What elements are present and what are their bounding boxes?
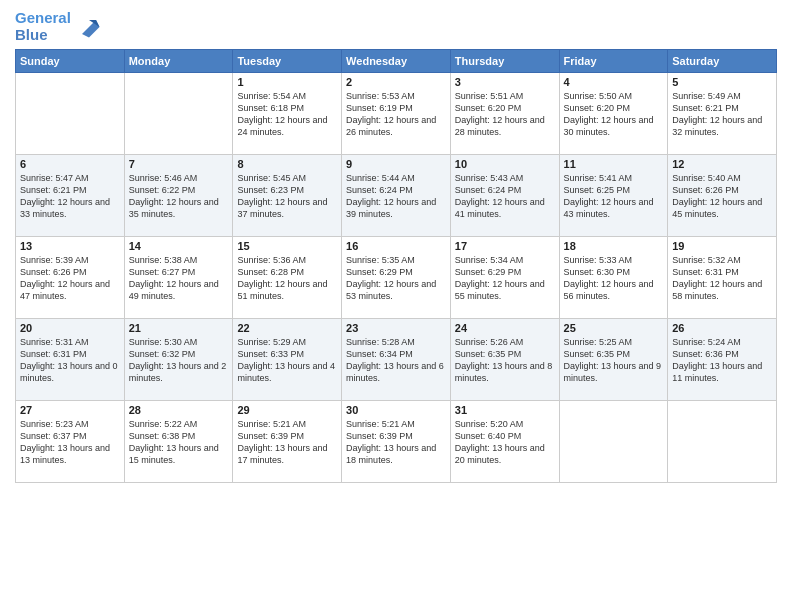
day-info: Sunrise: 5:49 AM Sunset: 6:21 PM Dayligh… [672, 90, 772, 139]
day-cell [16, 73, 125, 155]
calendar-table: SundayMondayTuesdayWednesdayThursdayFrid… [15, 49, 777, 483]
day-info: Sunrise: 5:31 AM Sunset: 6:31 PM Dayligh… [20, 336, 120, 385]
day-info: Sunrise: 5:25 AM Sunset: 6:35 PM Dayligh… [564, 336, 664, 385]
day-info: Sunrise: 5:29 AM Sunset: 6:33 PM Dayligh… [237, 336, 337, 385]
day-info: Sunrise: 5:51 AM Sunset: 6:20 PM Dayligh… [455, 90, 555, 139]
day-info: Sunrise: 5:28 AM Sunset: 6:34 PM Dayligh… [346, 336, 446, 385]
day-number: 13 [20, 240, 120, 252]
logo: General Blue [15, 10, 103, 43]
day-cell: 5Sunrise: 5:49 AM Sunset: 6:21 PM Daylig… [668, 73, 777, 155]
day-info: Sunrise: 5:46 AM Sunset: 6:22 PM Dayligh… [129, 172, 229, 221]
day-cell: 9Sunrise: 5:44 AM Sunset: 6:24 PM Daylig… [342, 155, 451, 237]
day-header-friday: Friday [559, 50, 668, 73]
day-number: 6 [20, 158, 120, 170]
day-cell [559, 401, 668, 483]
day-number: 29 [237, 404, 337, 416]
day-cell: 27Sunrise: 5:23 AM Sunset: 6:37 PM Dayli… [16, 401, 125, 483]
day-number: 14 [129, 240, 229, 252]
day-cell: 26Sunrise: 5:24 AM Sunset: 6:36 PM Dayli… [668, 319, 777, 401]
day-number: 5 [672, 76, 772, 88]
week-row-4: 20Sunrise: 5:31 AM Sunset: 6:31 PM Dayli… [16, 319, 777, 401]
day-number: 27 [20, 404, 120, 416]
day-info: Sunrise: 5:33 AM Sunset: 6:30 PM Dayligh… [564, 254, 664, 303]
day-info: Sunrise: 5:45 AM Sunset: 6:23 PM Dayligh… [237, 172, 337, 221]
day-header-sunday: Sunday [16, 50, 125, 73]
day-info: Sunrise: 5:40 AM Sunset: 6:26 PM Dayligh… [672, 172, 772, 221]
day-cell: 8Sunrise: 5:45 AM Sunset: 6:23 PM Daylig… [233, 155, 342, 237]
week-row-2: 6Sunrise: 5:47 AM Sunset: 6:21 PM Daylig… [16, 155, 777, 237]
logo-text-line2: Blue [15, 27, 71, 44]
day-cell: 6Sunrise: 5:47 AM Sunset: 6:21 PM Daylig… [16, 155, 125, 237]
day-number: 1 [237, 76, 337, 88]
day-cell [668, 401, 777, 483]
day-info: Sunrise: 5:20 AM Sunset: 6:40 PM Dayligh… [455, 418, 555, 467]
day-cell: 7Sunrise: 5:46 AM Sunset: 6:22 PM Daylig… [124, 155, 233, 237]
day-cell: 13Sunrise: 5:39 AM Sunset: 6:26 PM Dayli… [16, 237, 125, 319]
day-info: Sunrise: 5:54 AM Sunset: 6:18 PM Dayligh… [237, 90, 337, 139]
day-info: Sunrise: 5:24 AM Sunset: 6:36 PM Dayligh… [672, 336, 772, 385]
day-cell: 21Sunrise: 5:30 AM Sunset: 6:32 PM Dayli… [124, 319, 233, 401]
day-cell: 15Sunrise: 5:36 AM Sunset: 6:28 PM Dayli… [233, 237, 342, 319]
day-number: 22 [237, 322, 337, 334]
day-number: 20 [20, 322, 120, 334]
day-info: Sunrise: 5:30 AM Sunset: 6:32 PM Dayligh… [129, 336, 229, 385]
day-cell: 29Sunrise: 5:21 AM Sunset: 6:39 PM Dayli… [233, 401, 342, 483]
day-info: Sunrise: 5:50 AM Sunset: 6:20 PM Dayligh… [564, 90, 664, 139]
day-info: Sunrise: 5:41 AM Sunset: 6:25 PM Dayligh… [564, 172, 664, 221]
day-number: 9 [346, 158, 446, 170]
day-number: 4 [564, 76, 664, 88]
day-number: 16 [346, 240, 446, 252]
day-info: Sunrise: 5:34 AM Sunset: 6:29 PM Dayligh… [455, 254, 555, 303]
day-number: 25 [564, 322, 664, 334]
day-cell: 18Sunrise: 5:33 AM Sunset: 6:30 PM Dayli… [559, 237, 668, 319]
day-cell: 22Sunrise: 5:29 AM Sunset: 6:33 PM Dayli… [233, 319, 342, 401]
day-cell: 1Sunrise: 5:54 AM Sunset: 6:18 PM Daylig… [233, 73, 342, 155]
day-number: 7 [129, 158, 229, 170]
day-info: Sunrise: 5:35 AM Sunset: 6:29 PM Dayligh… [346, 254, 446, 303]
day-info: Sunrise: 5:38 AM Sunset: 6:27 PM Dayligh… [129, 254, 229, 303]
logo-icon [75, 13, 103, 41]
day-info: Sunrise: 5:39 AM Sunset: 6:26 PM Dayligh… [20, 254, 120, 303]
header: General Blue [15, 10, 777, 43]
day-number: 10 [455, 158, 555, 170]
day-cell: 11Sunrise: 5:41 AM Sunset: 6:25 PM Dayli… [559, 155, 668, 237]
day-info: Sunrise: 5:43 AM Sunset: 6:24 PM Dayligh… [455, 172, 555, 221]
calendar-body: 1Sunrise: 5:54 AM Sunset: 6:18 PM Daylig… [16, 73, 777, 483]
day-cell: 2Sunrise: 5:53 AM Sunset: 6:19 PM Daylig… [342, 73, 451, 155]
day-number: 2 [346, 76, 446, 88]
day-info: Sunrise: 5:36 AM Sunset: 6:28 PM Dayligh… [237, 254, 337, 303]
day-number: 30 [346, 404, 446, 416]
week-row-1: 1Sunrise: 5:54 AM Sunset: 6:18 PM Daylig… [16, 73, 777, 155]
day-number: 26 [672, 322, 772, 334]
day-cell: 3Sunrise: 5:51 AM Sunset: 6:20 PM Daylig… [450, 73, 559, 155]
page: General Blue SundayMondayTuesdayWednesda… [0, 0, 792, 612]
day-cell: 19Sunrise: 5:32 AM Sunset: 6:31 PM Dayli… [668, 237, 777, 319]
day-info: Sunrise: 5:26 AM Sunset: 6:35 PM Dayligh… [455, 336, 555, 385]
week-row-5: 27Sunrise: 5:23 AM Sunset: 6:37 PM Dayli… [16, 401, 777, 483]
day-cell: 17Sunrise: 5:34 AM Sunset: 6:29 PM Dayli… [450, 237, 559, 319]
day-cell: 16Sunrise: 5:35 AM Sunset: 6:29 PM Dayli… [342, 237, 451, 319]
day-number: 19 [672, 240, 772, 252]
day-header-monday: Monday [124, 50, 233, 73]
day-header-tuesday: Tuesday [233, 50, 342, 73]
day-number: 21 [129, 322, 229, 334]
day-info: Sunrise: 5:23 AM Sunset: 6:37 PM Dayligh… [20, 418, 120, 467]
day-cell: 14Sunrise: 5:38 AM Sunset: 6:27 PM Dayli… [124, 237, 233, 319]
day-header-thursday: Thursday [450, 50, 559, 73]
day-cell: 4Sunrise: 5:50 AM Sunset: 6:20 PM Daylig… [559, 73, 668, 155]
calendar-header: SundayMondayTuesdayWednesdayThursdayFrid… [16, 50, 777, 73]
day-header-wednesday: Wednesday [342, 50, 451, 73]
day-cell: 30Sunrise: 5:21 AM Sunset: 6:39 PM Dayli… [342, 401, 451, 483]
day-number: 12 [672, 158, 772, 170]
day-number: 31 [455, 404, 555, 416]
day-info: Sunrise: 5:21 AM Sunset: 6:39 PM Dayligh… [346, 418, 446, 467]
day-number: 28 [129, 404, 229, 416]
day-cell: 23Sunrise: 5:28 AM Sunset: 6:34 PM Dayli… [342, 319, 451, 401]
day-cell: 10Sunrise: 5:43 AM Sunset: 6:24 PM Dayli… [450, 155, 559, 237]
day-number: 3 [455, 76, 555, 88]
day-info: Sunrise: 5:44 AM Sunset: 6:24 PM Dayligh… [346, 172, 446, 221]
day-cell: 25Sunrise: 5:25 AM Sunset: 6:35 PM Dayli… [559, 319, 668, 401]
day-cell [124, 73, 233, 155]
day-cell: 31Sunrise: 5:20 AM Sunset: 6:40 PM Dayli… [450, 401, 559, 483]
day-number: 23 [346, 322, 446, 334]
